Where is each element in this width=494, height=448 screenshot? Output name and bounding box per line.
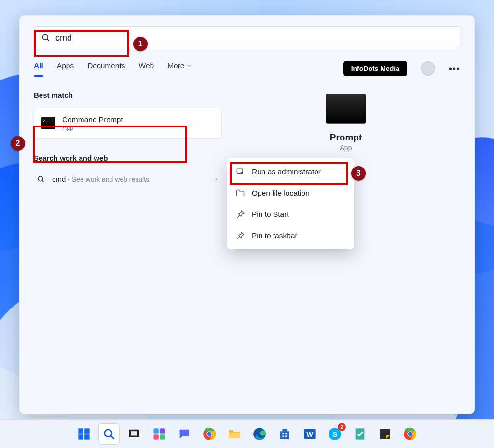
- taskbar-edge[interactable]: [249, 424, 270, 444]
- chrome-icon: [403, 427, 417, 441]
- taskbar-chrome-2[interactable]: [400, 424, 420, 444]
- pin-icon: [235, 231, 245, 240]
- best-match-heading: Best match: [34, 91, 222, 99]
- taskbar-word[interactable]: W: [300, 424, 320, 444]
- result-title: Command Prompt: [62, 115, 123, 124]
- search-icon: [102, 427, 116, 441]
- pin-icon: [235, 210, 245, 219]
- more-options-button[interactable]: •••: [449, 63, 460, 74]
- svg-rect-23: [282, 429, 287, 431]
- search-icon: [37, 175, 45, 183]
- svg-text:S: S: [332, 430, 337, 438]
- taskbar-file-explorer[interactable]: [224, 424, 245, 444]
- search-web-row[interactable]: cmd - See work and web results: [34, 169, 222, 189]
- svg-rect-33: [380, 429, 390, 439]
- svg-line-1: [47, 39, 49, 41]
- annotation-number-3: 3: [351, 166, 366, 181]
- account-badge[interactable]: InfoDots Media: [343, 61, 407, 76]
- start-search-window: All Apps Documents Web More InfoDots Med…: [19, 15, 475, 414]
- search-web-heading: Search work and web: [34, 154, 222, 162]
- svg-point-20: [207, 432, 212, 436]
- edge-icon: [253, 427, 266, 441]
- microsoft-store-icon: [278, 427, 291, 441]
- command-prompt-large-icon: [326, 94, 366, 124]
- taskbar-sticky-notes[interactable]: [375, 424, 395, 444]
- svg-rect-13: [131, 431, 137, 435]
- svg-point-37: [408, 432, 412, 436]
- svg-point-2: [38, 176, 43, 181]
- preview-subtitle: App: [340, 144, 352, 152]
- svg-text:W: W: [306, 430, 313, 438]
- chevron-right-icon: [213, 176, 219, 182]
- chrome-icon: [203, 427, 216, 441]
- annotation-number-2: 2: [11, 136, 25, 151]
- taskbar-task-view[interactable]: [124, 424, 144, 444]
- svg-rect-9: [84, 434, 90, 440]
- svg-line-11: [111, 435, 114, 439]
- task-view-icon: [127, 427, 141, 441]
- web-hint: - See work and web results: [66, 175, 149, 183]
- annotation-number-1: 1: [133, 37, 148, 51]
- svg-rect-16: [153, 434, 159, 440]
- ctx-pin-to-start[interactable]: Pin to Start: [227, 204, 354, 225]
- preview-hero: Prompt App: [232, 91, 460, 152]
- command-prompt-icon: [41, 117, 55, 129]
- taskbar-search-button[interactable]: [99, 424, 119, 444]
- folder-icon: [235, 188, 245, 198]
- tab-apps[interactable]: Apps: [57, 61, 74, 76]
- search-input[interactable]: [55, 33, 453, 43]
- svg-rect-26: [282, 435, 284, 437]
- taskbar-chat[interactable]: [174, 424, 194, 444]
- ctx-pin-to-taskbar[interactable]: Pin to taskbar: [227, 225, 354, 246]
- web-term: cmd: [52, 175, 66, 183]
- tab-more[interactable]: More: [167, 61, 192, 76]
- file-explorer-icon: [228, 427, 241, 441]
- result-subtitle: App: [62, 124, 123, 131]
- svg-rect-24: [282, 433, 284, 434]
- skype-badge: 2: [338, 423, 346, 431]
- search-filter-tabs: All Apps Documents Web More InfoDots Med…: [19, 49, 475, 76]
- tab-all[interactable]: All: [34, 61, 43, 76]
- search-bar[interactable]: [34, 26, 460, 49]
- svg-point-0: [42, 34, 48, 40]
- taskbar: W S 2: [0, 419, 494, 448]
- svg-rect-25: [285, 433, 287, 434]
- svg-rect-8: [78, 434, 83, 440]
- taskbar-skype[interactable]: S 2: [325, 424, 345, 444]
- todo-icon: [353, 427, 367, 441]
- svg-rect-21: [229, 432, 240, 438]
- sticky-notes-icon: [378, 427, 392, 441]
- svg-rect-14: [153, 428, 159, 434]
- svg-point-10: [105, 429, 112, 436]
- best-match-result[interactable]: Command Prompt App: [34, 108, 222, 139]
- svg-rect-17: [160, 434, 165, 440]
- ctx-run-as-administrator[interactable]: Run as administrator: [227, 161, 354, 182]
- tab-documents[interactable]: Documents: [87, 61, 125, 76]
- word-icon: W: [303, 427, 316, 441]
- taskbar-chrome[interactable]: [199, 424, 220, 444]
- search-icon: [41, 33, 51, 42]
- svg-rect-6: [78, 428, 83, 434]
- taskbar-todo[interactable]: [350, 424, 370, 444]
- taskbar-widgets[interactable]: [149, 424, 169, 444]
- avatar[interactable]: [421, 61, 435, 76]
- svg-rect-7: [84, 428, 90, 434]
- taskbar-store[interactable]: [274, 424, 295, 444]
- ctx-open-file-location[interactable]: Open file location: [227, 182, 354, 204]
- context-menu: Run as administrator Open file location …: [227, 158, 354, 249]
- windows-start-icon: [77, 427, 91, 441]
- shield-admin-icon: [235, 167, 245, 177]
- taskbar-start-button[interactable]: [74, 424, 94, 444]
- widgets-icon: [152, 427, 166, 441]
- svg-rect-27: [285, 435, 287, 437]
- preview-title: Prompt: [330, 132, 362, 143]
- svg-line-3: [42, 180, 44, 182]
- chevron-down-icon: [186, 63, 192, 69]
- tab-web[interactable]: Web: [139, 61, 154, 76]
- chat-icon: [178, 427, 191, 441]
- svg-point-5: [241, 172, 243, 174]
- svg-rect-15: [160, 428, 165, 434]
